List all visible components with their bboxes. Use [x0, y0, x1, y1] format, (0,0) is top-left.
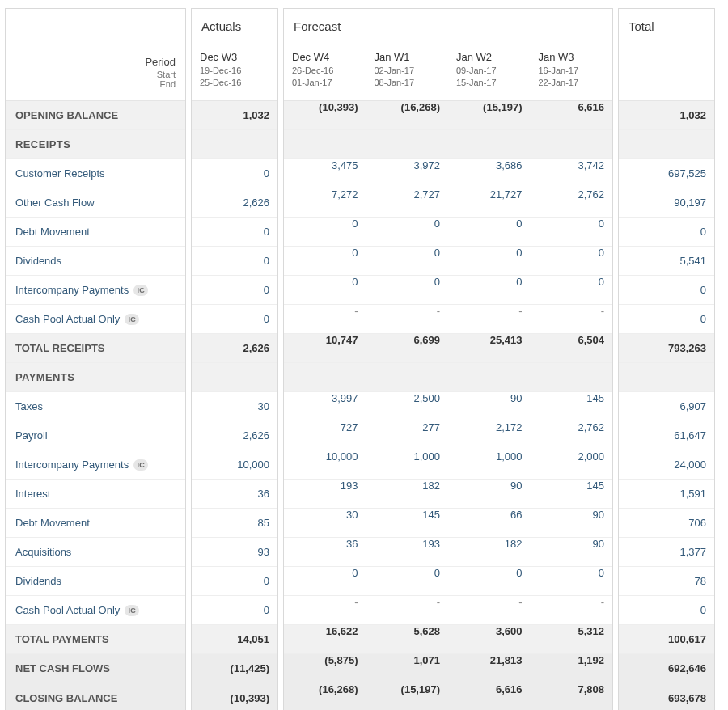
cell-value	[448, 363, 531, 391]
cell-value: 2,762	[531, 188, 613, 217]
cell-value	[284, 363, 366, 391]
table-row: 3619318290	[284, 538, 612, 567]
cell-value: 7,272	[284, 188, 366, 217]
cell-value: 0	[619, 313, 714, 325]
cell-value	[366, 130, 449, 158]
row-label: Customer Receipts	[6, 159, 185, 188]
table-row: 1,591	[619, 480, 714, 509]
cell-value: (10,393)	[284, 101, 366, 129]
cell-value: 0	[192, 167, 277, 180]
table-row: 0	[192, 276, 277, 305]
label-text: Acquisitions	[15, 546, 71, 558]
row-label: RECEIPTS	[6, 130, 185, 159]
row-label: Interest	[6, 480, 185, 509]
table-row	[284, 130, 612, 159]
start-date: 19-Dec-16	[200, 65, 269, 77]
cell-value: 1,377	[619, 546, 714, 558]
cell-value: 277	[366, 421, 449, 450]
cell-value: 0	[192, 604, 277, 616]
total-header: Total	[619, 9, 714, 44]
ic-icon: IC	[133, 285, 148, 296]
row-label: NET CASH FLOWS	[6, 654, 185, 683]
forecast-header: Forecast	[284, 9, 612, 44]
cell-value: -	[284, 596, 366, 624]
end-date: 15-Jan-17	[456, 77, 523, 89]
cell-value: 0	[284, 567, 366, 595]
cell-value: 2,172	[448, 421, 531, 450]
week-label: Jan W1	[375, 51, 441, 63]
total-subheader	[619, 44, 714, 101]
cell-value: 0	[366, 218, 449, 246]
cell-value: 2,727	[366, 188, 449, 217]
table-row	[619, 363, 714, 392]
row-label: Dividends	[6, 247, 185, 276]
table-row: 90,197	[619, 188, 714, 218]
week-label: Jan W2	[456, 51, 523, 63]
cell-value: 145	[366, 509, 449, 537]
table-row: 693,678	[619, 683, 714, 710]
row-label: Payroll	[6, 421, 185, 450]
cell-value: 0	[192, 255, 277, 267]
table-row: 2,626	[192, 334, 277, 363]
row-label: Acquisitions	[6, 538, 185, 567]
cell-value: 0	[192, 284, 277, 296]
cell-value: 2,500	[366, 392, 449, 421]
cell-value: 30	[284, 509, 366, 537]
actuals-column: Actuals Dec W3 19-Dec-16 25-Dec-16 1,032…	[191, 8, 278, 710]
table-row: 0	[192, 305, 277, 334]
cell-value: 10,747	[284, 334, 366, 362]
start-date: 26-Dec-16	[292, 65, 358, 77]
cell-value: -	[448, 596, 531, 624]
table-row: 0000	[284, 247, 612, 276]
start-date: 02-Jan-17	[375, 65, 441, 77]
table-row: 0	[192, 218, 277, 247]
label-text: Debt Movement	[15, 517, 90, 529]
cell-value: 6,699	[366, 334, 449, 362]
table-row: (10,393)(16,268)(15,197)6,616	[284, 101, 612, 130]
week-label: Dec W4	[292, 51, 358, 63]
row-label: Other Cash Flow	[6, 188, 185, 218]
cell-value: 692,646	[619, 662, 714, 674]
table-row: 19318290145	[284, 480, 612, 509]
cell-value: 2,626	[192, 342, 277, 354]
period-label: Period	[145, 56, 176, 68]
table-row: 0	[192, 596, 277, 625]
cell-value	[448, 130, 531, 158]
table-row: 706	[619, 509, 714, 538]
cell-value: 90	[448, 392, 531, 421]
cell-value: 3,475	[284, 159, 366, 188]
row-label: Debt Movement	[6, 218, 185, 247]
cell-value: 0	[531, 567, 613, 595]
table-row: 7272772,1722,762	[284, 421, 612, 450]
table-row: 85	[192, 509, 277, 538]
table-row: 1,377	[619, 538, 714, 567]
cell-value: 3,742	[531, 159, 613, 188]
cell-value: 1,591	[619, 488, 714, 500]
row-label: Intercompany PaymentsIC	[6, 276, 185, 305]
cell-value: 0	[192, 226, 277, 238]
cell-value: 2,762	[531, 421, 613, 450]
table-row: 0	[619, 218, 714, 247]
column-header: Dec W426-Dec-1601-Jan-17	[284, 44, 366, 100]
cell-value: 0	[366, 276, 449, 304]
cell-value: 0	[284, 218, 366, 246]
column-header: Jan W209-Jan-1715-Jan-17	[448, 44, 531, 100]
week-label: Dec W3	[200, 51, 269, 63]
cell-value: 3,686	[448, 159, 531, 188]
cell-value	[531, 130, 613, 158]
cell-value: 0	[192, 313, 277, 325]
table-row: 793,263	[619, 334, 714, 363]
table-row: 36	[192, 480, 277, 509]
cell-value: 16,622	[284, 625, 366, 653]
cell-value: 0	[284, 276, 366, 304]
cell-value: 14,051	[192, 633, 277, 645]
column-header: Dec W3 19-Dec-16 25-Dec-16	[192, 44, 277, 100]
cell-value: 0	[619, 604, 714, 616]
cell-value: -	[366, 305, 449, 333]
table-row: 16,6225,6283,6005,312	[284, 625, 612, 654]
row-label: OPENING BALANCE	[6, 101, 185, 130]
cell-value: 6,616	[531, 101, 613, 129]
table-row: 697,525	[619, 159, 714, 188]
cell-value: 6,616	[448, 683, 531, 710]
cell-value: 0	[448, 247, 531, 275]
